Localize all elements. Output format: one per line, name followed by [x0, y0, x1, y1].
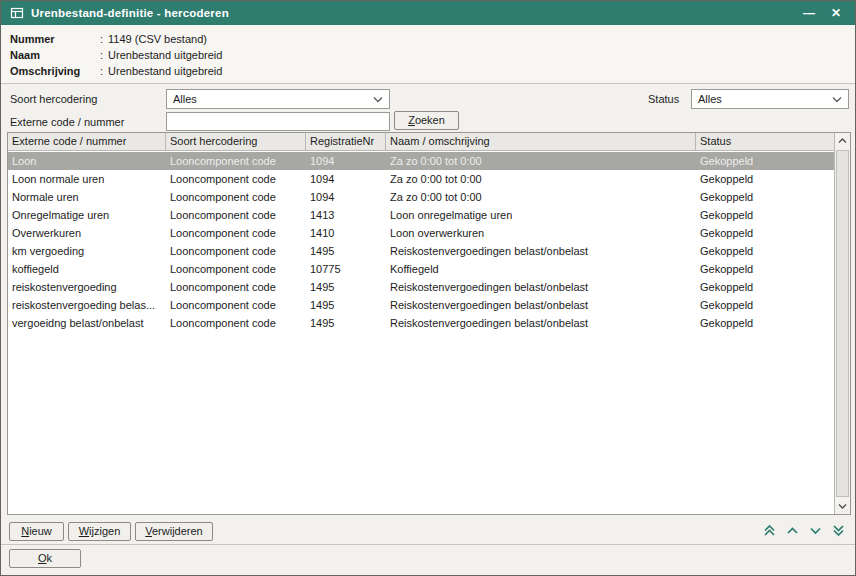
- record-navigation: [762, 523, 846, 538]
- table-row[interactable]: OverwerkurenLooncomponent code1410Loon o…: [8, 224, 834, 242]
- vertical-scrollbar[interactable]: [834, 133, 850, 514]
- table-cell: km vergoeding: [8, 245, 166, 257]
- table-cell: Reiskostenvergoedingen belast/onbelast: [386, 281, 696, 293]
- wijzigen-button[interactable]: Wijzigen: [68, 522, 131, 541]
- table-row[interactable]: vergoeidng belast/onbelastLooncomponent …: [8, 314, 834, 332]
- table-cell: Reiskostenvergoedingen belast/onbelast: [386, 299, 696, 311]
- info-label: Nummer: [10, 33, 100, 45]
- window-title: Urenbestand-definitie - hercoderen: [31, 7, 792, 19]
- table-cell: Gekoppeld: [696, 317, 834, 329]
- soort-hercodering-select[interactable]: Alles: [166, 89, 390, 109]
- table-row[interactable]: km vergoedingLooncomponent code1495Reisk…: [8, 242, 834, 260]
- table-body: LoonLooncomponent code1094Za zo 0:00 tot…: [8, 152, 834, 514]
- next-record-icon[interactable]: [808, 523, 823, 538]
- table-cell: Looncomponent code: [166, 227, 306, 239]
- table-row[interactable]: Normale urenLooncomponent code1094Za zo …: [8, 188, 834, 206]
- table-cell: Overwerkuren: [8, 227, 166, 239]
- table-cell: Gekoppeld: [696, 281, 834, 293]
- table-cell: Loon onregelmatige uren: [386, 209, 696, 221]
- column-header-naam-omschrijving[interactable]: Naam / omschrijving: [386, 133, 696, 150]
- table-cell: Normale uren: [8, 191, 166, 203]
- info-value: Urenbestand uitgebreid: [108, 49, 222, 61]
- last-record-icon[interactable]: [831, 523, 846, 538]
- previous-record-icon[interactable]: [785, 523, 800, 538]
- recode-table: Externe code / nummer Soort hercodering …: [7, 132, 851, 515]
- status-select[interactable]: Alles: [691, 89, 849, 109]
- info-label: Naam: [10, 49, 100, 61]
- nieuw-button[interactable]: Nieuw: [9, 522, 64, 541]
- soort-hercodering-selected-value: Alles: [173, 93, 369, 105]
- table-cell: 10775: [306, 263, 386, 275]
- table-cell: Za zo 0:00 tot 0:00: [386, 155, 696, 167]
- table-cell: Looncomponent code: [166, 173, 306, 185]
- table-header: Externe code / nummer Soort hercodering …: [8, 133, 834, 151]
- table-cell: Za zo 0:00 tot 0:00: [386, 173, 696, 185]
- table-cell: Looncomponent code: [166, 317, 306, 329]
- table-cell: Looncomponent code: [166, 209, 306, 221]
- table-cell: Looncomponent code: [166, 245, 306, 257]
- column-header-soort-hercodering[interactable]: Soort hercodering: [166, 133, 306, 150]
- column-header-status[interactable]: Status: [696, 133, 834, 150]
- table-cell: 1094: [306, 173, 386, 185]
- table-cell: Gekoppeld: [696, 173, 834, 185]
- table-cell: vergoeidng belast/onbelast: [8, 317, 166, 329]
- chevron-down-icon: [373, 93, 383, 105]
- externe-code-input[interactable]: [166, 112, 390, 131]
- minimize-icon[interactable]: —: [799, 3, 819, 23]
- ok-button[interactable]: Ok: [9, 549, 81, 568]
- table-cell: Looncomponent code: [166, 191, 306, 203]
- column-header-externe-code[interactable]: Externe code / nummer: [8, 133, 166, 150]
- table-cell: 1094: [306, 191, 386, 203]
- table-cell: Gekoppeld: [696, 263, 834, 275]
- status-label: Status: [648, 93, 679, 107]
- table-row[interactable]: koffiegeldLooncomponent code10775Koffieg…: [8, 260, 834, 278]
- table-row[interactable]: reiskostenvergoedingLooncomponent code14…: [8, 278, 834, 296]
- soort-hercodering-label: Soort hercodering: [10, 93, 97, 107]
- first-record-icon[interactable]: [762, 523, 777, 538]
- info-row-omschrijving: Omschrijving : Urenbestand uitgebreid: [10, 63, 846, 79]
- scroll-down-icon[interactable]: [835, 498, 850, 514]
- status-selected-value: Alles: [698, 93, 828, 105]
- table-cell: Gekoppeld: [696, 227, 834, 239]
- info-row-naam: Naam : Urenbestand uitgebreid: [10, 47, 846, 63]
- column-header-registratienr[interactable]: RegistratieNr: [306, 133, 386, 150]
- table-row[interactable]: LoonLooncomponent code1094Za zo 0:00 tot…: [8, 152, 834, 170]
- table-cell: Koffiegeld: [386, 263, 696, 275]
- info-row-nummer: Nummer : 1149 (CSV bestand): [10, 31, 846, 47]
- table-cell: Reiskostenvergoedingen belast/onbelast: [386, 317, 696, 329]
- zoeken-button[interactable]: Zoeken: [394, 111, 459, 130]
- scroll-up-icon[interactable]: [835, 133, 850, 149]
- table-cell: Looncomponent code: [166, 263, 306, 275]
- info-colon: :: [100, 65, 103, 77]
- info-panel: Nummer : 1149 (CSV bestand) Naam : Urenb…: [1, 25, 855, 84]
- table-cell: 1495: [306, 299, 386, 311]
- dialog-window: Urenbestand-definitie - hercoderen — ✕ N…: [0, 0, 856, 576]
- table-cell: Looncomponent code: [166, 155, 306, 167]
- table-cell: 1495: [306, 245, 386, 257]
- table-cell: Gekoppeld: [696, 245, 834, 257]
- table-row[interactable]: Onregelmatige urenLooncomponent code1413…: [8, 206, 834, 224]
- table-cell: 1495: [306, 317, 386, 329]
- table-cell: 1495: [306, 281, 386, 293]
- table-cell: Onregelmatige uren: [8, 209, 166, 221]
- table-cell: koffiegeld: [8, 263, 166, 275]
- info-colon: :: [100, 49, 103, 61]
- scrollbar-thumb[interactable]: [836, 150, 849, 497]
- table-cell: 1413: [306, 209, 386, 221]
- table-row[interactable]: Loon normale urenLooncomponent code1094Z…: [8, 170, 834, 188]
- table-cell: Loon normale uren: [8, 173, 166, 185]
- chevron-down-icon: [832, 93, 842, 105]
- close-icon[interactable]: ✕: [826, 3, 846, 23]
- table-cell: 1410: [306, 227, 386, 239]
- table-cell: reiskostenvergoeding: [8, 281, 166, 293]
- table-cell: 1094: [306, 155, 386, 167]
- info-value: Urenbestand uitgebreid: [108, 65, 222, 77]
- table-cell: reiskostenvergoeding belas...: [8, 299, 166, 311]
- verwijderen-button[interactable]: Verwijderen: [135, 522, 213, 541]
- table-cell: Looncomponent code: [166, 299, 306, 311]
- window-icon: [10, 6, 24, 20]
- table-cell: Gekoppeld: [696, 155, 834, 167]
- table-cell: Gekoppeld: [696, 209, 834, 221]
- table-cell: Gekoppeld: [696, 191, 834, 203]
- table-row[interactable]: reiskostenvergoeding belas...Looncompone…: [8, 296, 834, 314]
